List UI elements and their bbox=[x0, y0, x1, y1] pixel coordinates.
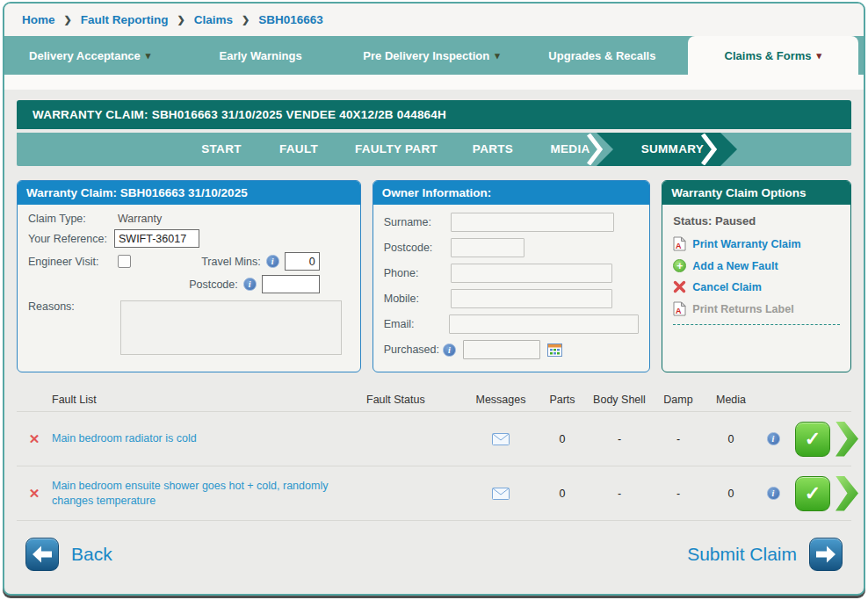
purchased-input[interactable] bbox=[463, 340, 540, 359]
chevron-separator-icon bbox=[700, 134, 718, 165]
svg-text:A: A bbox=[676, 242, 682, 250]
breadcrumb-home[interactable]: Home bbox=[22, 13, 55, 26]
tab-label: Early Warnings bbox=[220, 49, 302, 62]
warranty-claim-options-panel: Warranty Claim Options Status: Paused A … bbox=[662, 180, 851, 372]
info-icon[interactable]: i bbox=[767, 487, 780, 500]
breadcrumb-claims[interactable]: Claims bbox=[194, 13, 233, 26]
tab-label: Pre Delivery Inspection bbox=[363, 49, 489, 62]
chevron-right-icon: ❯ bbox=[242, 14, 250, 25]
open-fault-arrow-icon[interactable] bbox=[835, 422, 858, 457]
chevron-down-icon: ▾ bbox=[817, 50, 822, 61]
info-icon[interactable]: i bbox=[767, 432, 780, 445]
message-envelope-icon[interactable] bbox=[492, 488, 510, 500]
media-count: 0 bbox=[705, 433, 756, 445]
email-input[interactable] bbox=[449, 314, 640, 334]
travel-mins-input[interactable] bbox=[285, 252, 320, 271]
back-label[interactable]: Back bbox=[71, 544, 112, 565]
parts-count: 0 bbox=[537, 488, 588, 500]
step-summary-label: SUMMARY bbox=[641, 133, 704, 166]
chevron-down-icon: ▾ bbox=[146, 50, 151, 61]
mobile-input[interactable] bbox=[451, 289, 612, 308]
message-envelope-icon[interactable] bbox=[492, 433, 510, 445]
header-media: Media bbox=[705, 394, 756, 406]
back-button[interactable] bbox=[25, 538, 59, 571]
tab-delivery-acceptance[interactable]: Delivery Acceptance ▾ bbox=[4, 36, 175, 75]
chevron-right-icon: ❯ bbox=[177, 14, 184, 25]
fault-row-2: ✕ Main bedroom ensuite shower goes hot +… bbox=[17, 466, 851, 520]
owner-postcode-input[interactable] bbox=[451, 238, 524, 257]
breadcrumb-fault-reporting[interactable]: Fault Reporting bbox=[81, 13, 169, 26]
body-shell-value: - bbox=[588, 433, 651, 445]
arrow-left-icon bbox=[29, 541, 55, 567]
arrow-right-icon bbox=[813, 541, 839, 567]
claim-type-value: Warranty bbox=[118, 213, 162, 225]
header-damp: Damp bbox=[651, 394, 705, 406]
calendar-icon[interactable] bbox=[547, 343, 562, 357]
fault-complete-button[interactable]: ✓ bbox=[795, 476, 830, 511]
info-icon[interactable]: i bbox=[443, 343, 456, 357]
chevron-right-icon: ❯ bbox=[64, 14, 72, 25]
link-label: Add a New Fault bbox=[692, 260, 778, 272]
tab-label: Delivery Acceptance bbox=[29, 49, 141, 62]
page-frame: Home ❯ Fault Reporting ❯ Claims ❯ SBH016… bbox=[3, 2, 865, 596]
link-label: Print Warranty Claim bbox=[692, 238, 800, 250]
fault-table-header: Fault List Fault Status Messages Parts B… bbox=[17, 388, 851, 411]
tab-pre-delivery-inspection[interactable]: Pre Delivery Inspection ▾ bbox=[346, 36, 517, 75]
email-label: Email: bbox=[384, 318, 440, 330]
delete-fault-icon[interactable]: ✕ bbox=[17, 431, 52, 447]
fault-link[interactable]: Main bedroom radiator is cold bbox=[52, 431, 359, 446]
fault-link[interactable]: Main bedroom ensuite shower goes hot + c… bbox=[52, 479, 359, 509]
damp-value: - bbox=[651, 488, 705, 500]
pdf-icon: A bbox=[673, 301, 686, 316]
breadcrumb-claim-id[interactable]: SBH016663 bbox=[258, 13, 323, 26]
reasons-label: Reasons: bbox=[28, 300, 109, 313]
reasons-textarea[interactable] bbox=[120, 300, 342, 355]
travel-mins-label: Travel Mins: bbox=[201, 256, 261, 268]
tab-claims-forms[interactable]: Claims & Forms ▾ bbox=[688, 36, 858, 75]
header-body-shell: Body Shell bbox=[588, 394, 651, 406]
your-reference-input[interactable] bbox=[114, 229, 199, 248]
print-returns-label-link: A Print Returns Label bbox=[673, 301, 840, 316]
info-icon[interactable]: i bbox=[243, 278, 257, 291]
print-warranty-claim-link[interactable]: A Print Warranty Claim bbox=[673, 236, 840, 251]
tab-gap bbox=[4, 75, 864, 90]
damp-value: - bbox=[651, 433, 705, 445]
step-start[interactable]: START bbox=[201, 133, 242, 166]
claim-postcode-label: Postcode: bbox=[189, 278, 238, 291]
fault-complete-button[interactable]: ✓ bbox=[795, 422, 830, 457]
step-media[interactable]: MEDIA bbox=[551, 133, 590, 166]
warranty-claim-panel-title: Warranty Claim: SBH016663 31/10/2025 bbox=[18, 181, 360, 205]
step-faulty-part[interactable]: FAULTY PART bbox=[355, 133, 438, 166]
fault-table: Fault List Fault Status Messages Parts B… bbox=[17, 388, 851, 521]
parts-count: 0 bbox=[537, 433, 588, 445]
warranty-claim-options-title: Warranty Claim Options bbox=[662, 181, 850, 205]
tab-upgrades-recalls[interactable]: Upgrades & Recalls bbox=[517, 36, 687, 75]
link-label: Print Returns Label bbox=[692, 303, 793, 315]
options-divider bbox=[673, 324, 840, 325]
claim-postcode-input[interactable] bbox=[262, 275, 320, 293]
step-fault[interactable]: FAULT bbox=[279, 133, 318, 166]
chevron-down-icon: ▾ bbox=[495, 50, 500, 61]
tab-early-warnings[interactable]: Early Warnings bbox=[175, 36, 345, 75]
mobile-label: Mobile: bbox=[384, 293, 442, 305]
footer-nav: Back Submit Claim bbox=[17, 521, 851, 588]
phone-input[interactable] bbox=[451, 264, 612, 283]
delete-fault-icon[interactable]: ✕ bbox=[17, 486, 52, 502]
step-parts[interactable]: PARTS bbox=[473, 133, 513, 166]
surname-label: Surname: bbox=[384, 216, 442, 228]
your-reference-label: Your Reference: bbox=[28, 233, 109, 245]
open-fault-arrow-icon[interactable] bbox=[835, 476, 858, 511]
add-icon: + bbox=[673, 259, 686, 272]
info-icon[interactable]: i bbox=[266, 255, 279, 268]
svg-text:A: A bbox=[676, 307, 682, 315]
submit-claim-label[interactable]: Submit Claim bbox=[687, 544, 797, 565]
claim-type-label: Claim Type: bbox=[28, 213, 109, 225]
cancel-claim-link[interactable]: Cancel Claim bbox=[673, 280, 840, 293]
engineer-visit-checkbox[interactable] bbox=[118, 255, 131, 268]
add-new-fault-link[interactable]: + Add a New Fault bbox=[673, 259, 840, 272]
main-content: WARRANTY CLAIM: SBH016663 31/10/2025 VEN… bbox=[4, 90, 864, 588]
step-progress-bar: START FAULT FAULTY PART PARTS MEDIA SUMM… bbox=[17, 133, 851, 166]
submit-claim-button[interactable] bbox=[809, 538, 843, 571]
media-count: 0 bbox=[705, 488, 756, 500]
surname-input[interactable] bbox=[451, 213, 614, 232]
